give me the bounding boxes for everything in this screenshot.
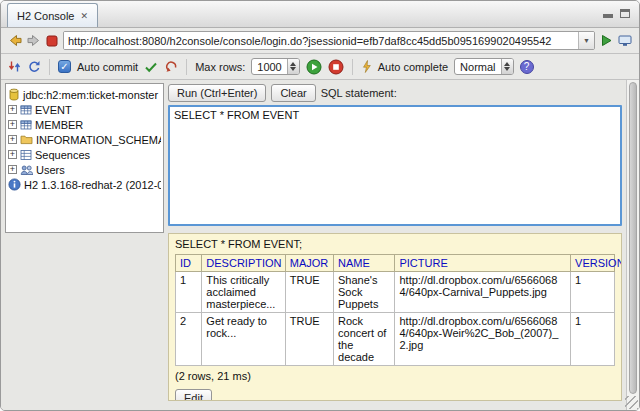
stepper-icon [287, 59, 299, 74]
max-rows-select[interactable]: 1000 [251, 58, 299, 75]
tree-item-label: INFORMATION_SCHEMA [36, 134, 161, 146]
cell-description: Get ready to rock... [202, 313, 285, 366]
tree-item-label: Users [36, 164, 65, 176]
max-rows-label: Max rows: [195, 61, 245, 73]
database-tree: jdbc:h2:mem:ticket-monster EVENT MEMBER [5, 83, 164, 233]
table-icon [20, 119, 32, 131]
query-toolbar: Run (Ctrl+Enter) Clear SQL statement: [168, 83, 622, 103]
maximize-icon[interactable] [620, 9, 630, 18]
tree-item-label: MEMBER [35, 119, 83, 131]
tab-bar: H2 Console ✕ [1, 1, 639, 28]
tree-item-label: jdbc:h2:mem:ticket-monster [23, 89, 158, 101]
run-button[interactable]: Run (Ctrl+Enter) [168, 84, 266, 102]
url-bar: ▼ [63, 31, 595, 50]
cancel-icon[interactable] [328, 59, 344, 75]
commit-icon[interactable] [144, 61, 158, 73]
url-dropdown-icon[interactable]: ▼ [578, 32, 594, 49]
expand-icon[interactable] [8, 105, 17, 114]
console-page: jdbc:h2:mem:ticket-monster EVENT MEMBER [1, 80, 639, 410]
cell-name: Shane's Sock Puppets [334, 272, 395, 313]
toolbar-separator [49, 59, 50, 75]
tree-item-version[interactable]: H2 1.3.168-redhat-2 (2012-07-13 [8, 177, 161, 192]
scrollbar-thumb[interactable] [629, 82, 637, 394]
tree-item-users[interactable]: Users [8, 162, 161, 177]
expand-icon[interactable] [8, 165, 17, 174]
column-header-description[interactable]: DESCRIPTION [202, 255, 285, 272]
table-row: 2 Get ready to rock... TRUE Rock concert… [176, 313, 615, 366]
tree-item-member[interactable]: MEMBER [8, 117, 161, 132]
max-rows-value: 1000 [252, 59, 286, 74]
result-status: (2 rows, 21 ms) [175, 370, 615, 382]
scrollbar[interactable] [626, 80, 639, 410]
autocomplete-icon[interactable] [361, 60, 372, 73]
window-controls [603, 9, 630, 18]
toolbar-separator [186, 59, 187, 75]
url-input[interactable] [64, 32, 578, 49]
tree-item-label: Sequences [35, 149, 90, 161]
header-row: ID DESCRIPTION MAJOR NAME PICTURE VERSIO… [176, 255, 615, 272]
column-header-id[interactable]: ID [176, 255, 202, 272]
column-header-major[interactable]: MAJOR [285, 255, 333, 272]
refresh-icon[interactable] [27, 60, 41, 73]
folder-icon [20, 134, 33, 145]
tree-item-label: H2 1.3.168-redhat-2 (2012-07-13 [24, 179, 161, 191]
go-icon[interactable] [600, 34, 613, 47]
info-icon [8, 178, 21, 191]
column-header-version[interactable]: VERSION [571, 255, 615, 272]
auto-complete-label: Auto complete [378, 61, 448, 73]
column-header-picture[interactable]: PICTURE [395, 255, 571, 272]
h2-toolbar: Auto commit Max rows: 1000 Auto complete… [1, 54, 639, 80]
minimize-icon[interactable] [603, 14, 613, 18]
expand-icon[interactable] [8, 120, 17, 129]
disconnect-icon[interactable] [8, 60, 21, 73]
cell-major: TRUE [285, 313, 333, 366]
tree-item-label: EVENT [35, 104, 72, 116]
expand-icon[interactable] [8, 150, 17, 159]
h2-console-window: H2 Console ✕ ▼ [0, 0, 640, 411]
auto-commit-checkbox[interactable] [58, 60, 71, 73]
toolbar-separator [352, 59, 353, 75]
stop-icon[interactable] [46, 35, 58, 47]
sql-input[interactable]: SELECT * FROM EVENT [168, 105, 622, 226]
cell-picture: http://dl.dropbox.com/u/65660684/640px-W… [395, 313, 571, 366]
run-icon[interactable] [306, 59, 322, 75]
sql-statement-label: SQL statement: [321, 87, 397, 99]
results-panel: SELECT * FROM EVENT; ID DESCRIPTION MAJO… [168, 233, 622, 401]
cell-picture: http://dl.dropbox.com/u/65660684/640px-C… [395, 272, 571, 313]
tab-label: H2 Console [17, 10, 74, 22]
tree-item-sequences[interactable]: Sequences [8, 147, 161, 162]
users-icon [20, 164, 33, 176]
stepper-icon [501, 59, 513, 74]
result-table: ID DESCRIPTION MAJOR NAME PICTURE VERSIO… [175, 254, 615, 366]
column-header-name[interactable]: NAME [334, 255, 395, 272]
cell-major: TRUE [285, 272, 333, 313]
clear-button[interactable]: Clear [271, 84, 315, 102]
forward-icon[interactable] [27, 34, 41, 47]
tree-item-database[interactable]: jdbc:h2:mem:ticket-monster [8, 87, 161, 102]
table-icon [20, 104, 32, 116]
database-icon [8, 88, 20, 101]
edit-button[interactable]: Edit [175, 389, 212, 401]
cell-version: 1 [571, 313, 615, 366]
tree-item-event[interactable]: EVENT [8, 102, 161, 117]
query-panel: Run (Ctrl+Enter) Clear SQL statement: SE… [168, 80, 622, 410]
auto-complete-value: Normal [455, 59, 500, 74]
sequences-icon [20, 149, 32, 161]
cell-name: Rock concert of the decade [334, 313, 395, 366]
back-icon[interactable] [8, 34, 22, 47]
tree-item-information-schema[interactable]: INFORMATION_SCHEMA [8, 132, 161, 147]
cell-description: This critically acclaimed masterpiece... [202, 272, 285, 313]
auto-complete-select[interactable]: Normal [454, 58, 513, 75]
cell-id: 2 [176, 313, 202, 366]
open-external-icon[interactable] [618, 35, 632, 47]
rollback-icon[interactable] [164, 60, 178, 73]
browser-toolbar: ▼ [1, 28, 639, 54]
help-icon[interactable] [520, 60, 534, 74]
close-icon[interactable]: ✕ [80, 11, 88, 21]
executed-statement: SELECT * FROM EVENT; [175, 238, 615, 250]
cell-version: 1 [571, 272, 615, 313]
expand-icon[interactable] [8, 135, 17, 144]
tab-h2-console[interactable]: H2 Console ✕ [7, 3, 98, 27]
resize-grip[interactable] [625, 396, 638, 409]
auto-commit-label: Auto commit [77, 61, 138, 73]
